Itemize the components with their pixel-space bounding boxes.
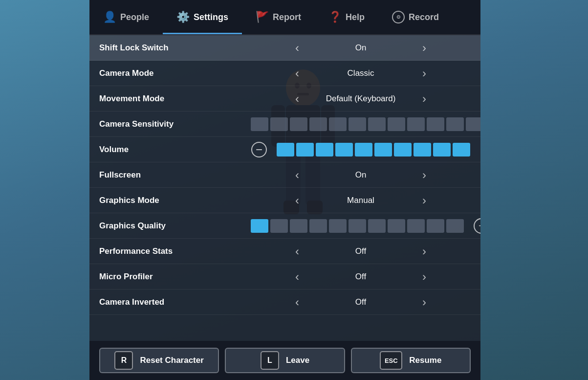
movement-mode-value: Default (Keyboard) — [312, 94, 410, 104]
tab-people-label: People — [120, 12, 149, 22]
camera-inverted-next[interactable]: › — [417, 294, 431, 310]
quality-segment-2 — [290, 219, 307, 233]
volume-segment-2 — [316, 143, 333, 156]
performance-stats-next[interactable]: › — [417, 244, 431, 259]
graphics-mode-next[interactable]: › — [417, 193, 431, 208]
setting-row-micro-profiler: Micro Profiler ‹ Off › — [89, 264, 480, 290]
tab-report[interactable]: 🚩 Report — [242, 0, 315, 34]
record-icon: ⊙ — [392, 11, 405, 23]
volume-segment-6 — [394, 143, 412, 156]
tab-record[interactable]: ⊙ Record — [378, 0, 453, 34]
tab-report-label: Report — [273, 12, 301, 22]
shift-lock-value: On — [312, 43, 410, 53]
sensitivity-segment-8 — [407, 117, 425, 131]
resume-label: Resume — [409, 356, 441, 365]
sensitivity-segment-11 — [466, 117, 480, 131]
camera-inverted-label: Camera Inverted — [99, 297, 251, 307]
movement-mode-next[interactable]: › — [417, 91, 431, 107]
shift-lock-control: ‹ On › — [251, 40, 471, 56]
setting-row-camera-sensitivity: Camera Sensitivity + 0.20015 — [89, 112, 480, 137]
graphics-quality-label: Graphics Quality — [99, 221, 251, 231]
tab-settings-label: Settings — [194, 12, 228, 22]
tab-people[interactable]: 👤 People — [89, 0, 163, 34]
quality-segment-1 — [270, 219, 288, 233]
camera-inverted-prev[interactable]: ‹ — [290, 294, 304, 310]
quality-segment-5 — [348, 219, 366, 233]
leave-label: Leave — [286, 356, 309, 365]
sensitivity-segment-1 — [270, 117, 288, 131]
graphics-mode-prev[interactable]: ‹ — [290, 193, 304, 208]
camera-mode-label: Camera Mode — [99, 68, 251, 78]
camera-inverted-value: Off — [312, 297, 410, 307]
resume-button[interactable]: ESC Resume — [351, 348, 471, 373]
sensitivity-segment-3 — [309, 117, 327, 131]
volume-segment-1 — [296, 143, 314, 156]
quality-segment-7 — [388, 219, 405, 233]
volume-segment-8 — [433, 143, 451, 156]
quality-segment-3 — [309, 219, 327, 233]
quality-segment-0 — [251, 219, 268, 233]
micro-profiler-prev[interactable]: ‹ — [290, 269, 304, 285]
settings-panel: 👤 People ⚙️ Settings 🚩 Report ❓ Help ⊙ R… — [89, 0, 480, 380]
bottom-bar: R Reset Character L Leave ESC Resume — [89, 341, 480, 380]
sensitivity-segment-10 — [446, 117, 464, 131]
micro-profiler-value: Off — [312, 272, 410, 282]
graphics-mode-label: Graphics Mode — [99, 196, 251, 205]
setting-row-fullscreen: Fullscreen ‹ On › — [89, 162, 480, 188]
setting-row-graphics-quality: Graphics Quality + — [89, 213, 480, 239]
tab-settings[interactable]: ⚙️ Settings — [163, 0, 242, 34]
quality-segment-8 — [407, 219, 425, 233]
camera-sensitivity-control: + 0.20015 — [251, 116, 480, 132]
micro-profiler-label: Micro Profiler — [99, 272, 251, 282]
camera-inverted-control: ‹ Off › — [251, 294, 471, 310]
setting-row-performance-stats: Performance Stats ‹ Off › — [89, 239, 480, 264]
shift-lock-prev[interactable]: ‹ — [290, 40, 304, 56]
quality-add-btn[interactable]: + — [474, 218, 480, 234]
shift-lock-label: Shift Lock Switch — [99, 43, 251, 53]
tab-bar: 👤 People ⚙️ Settings 🚩 Report ❓ Help ⊙ R… — [89, 0, 480, 35]
tab-help[interactable]: ❓ Help — [315, 0, 378, 34]
reset-character-button[interactable]: R Reset Character — [99, 348, 219, 373]
movement-mode-control: ‹ Default (Keyboard) › — [251, 91, 471, 107]
quality-segment-4 — [329, 219, 347, 233]
volume-label: Volume — [99, 145, 251, 155]
quality-segment-9 — [427, 219, 444, 233]
performance-stats-label: Performance Stats — [99, 246, 251, 256]
volume-segment-7 — [414, 143, 431, 156]
sensitivity-segment-0 — [251, 117, 268, 131]
performance-stats-prev[interactable]: ‹ — [290, 244, 304, 259]
people-icon: 👤 — [103, 12, 116, 22]
performance-stats-control: ‹ Off › — [251, 244, 471, 259]
leave-button[interactable]: L Leave — [225, 348, 345, 373]
camera-mode-prev[interactable]: ‹ — [290, 66, 304, 81]
reset-character-label: Reset Character — [140, 356, 203, 365]
setting-row-volume: Volume − — [89, 137, 480, 162]
tab-record-label: Record — [409, 12, 439, 22]
sensitivity-slider — [251, 117, 480, 131]
sensitivity-segment-7 — [388, 117, 405, 131]
fullscreen-label: Fullscreen — [99, 170, 251, 180]
volume-segment-3 — [335, 143, 353, 156]
volume-slider — [277, 143, 470, 156]
movement-mode-label: Movement Mode — [99, 94, 251, 104]
setting-row-movement-mode: Movement Mode ‹ Default (Keyboard) › — [89, 86, 480, 112]
leave-key-badge: L — [261, 351, 279, 370]
setting-row-graphics-mode: Graphics Mode ‹ Manual › — [89, 188, 480, 213]
fullscreen-value: On — [312, 170, 410, 180]
shift-lock-next[interactable]: › — [417, 40, 431, 56]
fullscreen-next[interactable]: › — [417, 167, 431, 183]
volume-minus-btn[interactable]: − — [251, 142, 267, 157]
tab-help-label: Help — [346, 12, 365, 22]
graphics-quality-control: + — [251, 218, 480, 234]
camera-mode-next[interactable]: › — [417, 66, 431, 81]
quality-slider — [251, 219, 464, 233]
fullscreen-prev[interactable]: ‹ — [290, 167, 304, 183]
movement-mode-prev[interactable]: ‹ — [290, 91, 304, 107]
settings-icon: ⚙️ — [176, 12, 190, 22]
fullscreen-control: ‹ On › — [251, 167, 471, 183]
micro-profiler-next[interactable]: › — [417, 269, 431, 285]
graphics-mode-control: ‹ Manual › — [251, 193, 471, 208]
camera-mode-value: Classic — [312, 68, 410, 78]
reset-key-badge: R — [114, 351, 133, 370]
quality-segment-6 — [368, 219, 386, 233]
